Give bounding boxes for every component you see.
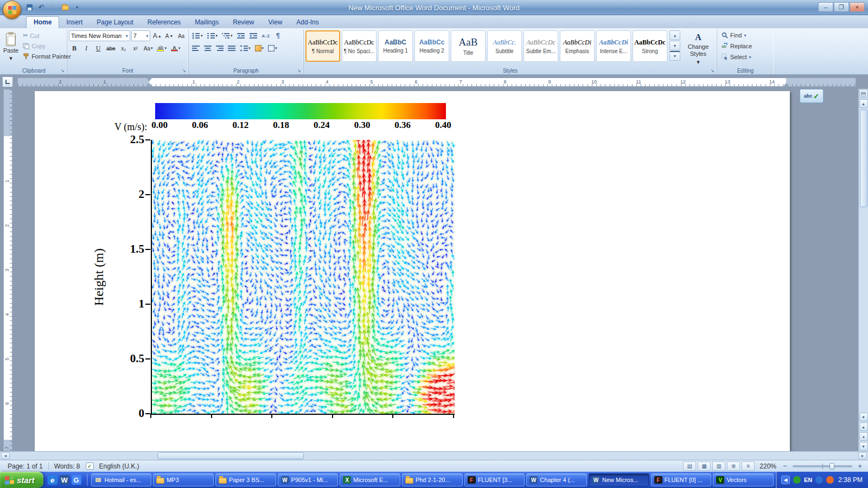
start-button[interactable]: start (0, 472, 43, 488)
taskbar-button-fluent-0[interactable]: FFLUENT [0] ... (651, 473, 712, 486)
multilevel-list-button[interactable]: ▾ (220, 30, 234, 41)
redo-button[interactable]: ↷ (48, 2, 59, 12)
style-no-spaci[interactable]: AaBbCcDc¶ No Spaci... (342, 30, 376, 62)
zoom-out-button[interactable]: − (781, 462, 789, 470)
spelling-language-chip[interactable]: abc ✓ (800, 89, 824, 103)
style-heading-2[interactable]: AaBbCcHeading 2 (414, 30, 449, 62)
style-subtitle[interactable]: AaBbCc.Subtitle (487, 30, 522, 62)
taskbar-button-chapter-4[interactable]: WChapter 4 (... (526, 473, 587, 486)
tab-selector[interactable] (2, 76, 13, 87)
hide-icons-chevron[interactable]: ◀ (781, 476, 790, 484)
maximize-button[interactable]: ❒ (834, 2, 849, 12)
align-center-button[interactable] (202, 43, 213, 54)
align-right-button[interactable] (214, 43, 225, 54)
zoom-in-button[interactable]: + (856, 462, 864, 470)
style-strong[interactable]: AaBbCcDcStrong (633, 30, 667, 62)
style-intense-e[interactable]: AaBbCcDiIntense E... (596, 30, 631, 62)
vertical-ruler[interactable]: 12345678 (0, 89, 15, 451)
copy-button[interactable]: Copy (20, 41, 74, 51)
taskbar-button-fluent-3[interactable]: FFLUENT [3... (464, 473, 525, 486)
tab-review[interactable]: Review (226, 17, 261, 28)
font-dialog-launcher[interactable]: ↘ (181, 67, 187, 74)
taskbar-button-mp3[interactable]: MP3 (153, 473, 214, 486)
taskbar-button-paper-3-bs[interactable]: Paper 3 BS... (215, 473, 276, 486)
full-screen-view-button[interactable]: ▦ (698, 461, 711, 471)
horizontal-scrollbar[interactable]: ◄ ► (0, 451, 868, 460)
style-title[interactable]: AaBTitle (451, 30, 486, 62)
change-styles-button[interactable]: A Change Styles ▾ (682, 30, 714, 66)
font-size-select[interactable]: 7 ▾ (131, 30, 151, 41)
tab-view[interactable]: View (261, 17, 290, 28)
next-page-button[interactable]: ▼ (859, 442, 868, 451)
close-button[interactable]: × (850, 2, 865, 12)
italic-button[interactable]: I (81, 43, 92, 54)
tab-mailings[interactable]: Mailings (188, 17, 226, 28)
horizontal-ruler[interactable]: 211234567891011121314 (17, 78, 856, 87)
word-count[interactable]: Words: 8 (51, 463, 84, 470)
scroll-down-button[interactable]: ▼ (859, 413, 868, 421)
numbering-button[interactable]: ▾ (206, 30, 220, 41)
strikethrough-button[interactable]: abe (105, 43, 117, 54)
language-indicator[interactable]: English (U.K.) (96, 463, 143, 470)
borders-button[interactable]: ▾ (266, 43, 279, 54)
draft-view-button[interactable]: ≡ (742, 461, 755, 471)
highlight-button[interactable]: ab▾ (155, 43, 168, 54)
hanging-indent-marker[interactable] (146, 83, 152, 86)
style-gallery-down-button[interactable]: ▼ (669, 41, 680, 50)
styles-dialog-launcher[interactable]: ↘ (709, 67, 716, 74)
line-spacing-button[interactable]: ▾ (238, 43, 252, 54)
style-heading-1[interactable]: AaBbCHeading 1 (378, 30, 413, 62)
justify-button[interactable] (226, 43, 237, 54)
tray-icon-orange[interactable] (826, 476, 834, 484)
view-ruler-toggle-button[interactable] (859, 89, 868, 98)
save-button[interactable] (24, 2, 35, 12)
bold-button[interactable]: B (69, 43, 80, 54)
cut-button[interactable]: ✂ Cut (20, 30, 74, 41)
tab-insert[interactable]: Insert (59, 17, 90, 28)
zoom-slider[interactable] (793, 465, 852, 467)
tray-icon-green[interactable] (793, 476, 801, 484)
open-button[interactable] (60, 2, 71, 12)
qat-customize-button[interactable]: ▾ (72, 2, 82, 12)
change-case-button[interactable]: Aa▾ (142, 43, 155, 54)
style-gallery-more-button[interactable]: ▼ (669, 51, 680, 61)
align-left-button[interactable] (190, 43, 201, 54)
taskbar-button-hotmail-es[interactable]: ✉Hotmail - es... (91, 473, 152, 486)
clear-formatting-button[interactable]: Aa (176, 30, 187, 41)
scroll-right-button[interactable]: ► (858, 452, 867, 459)
right-indent-marker[interactable] (783, 83, 789, 86)
scroll-left-button[interactable]: ◄ (1, 452, 10, 459)
select-button[interactable]: Select ▾ (719, 52, 772, 62)
outline-view-button[interactable]: ≣ (727, 461, 740, 471)
taskbar-button-microsoft-e[interactable]: XMicrosoft E... (340, 473, 400, 486)
document-page[interactable]: V (m/s): 0.000.060.120.180.240.300.360.4… (35, 91, 790, 451)
minimize-button[interactable]: – (818, 2, 833, 12)
page-indicator[interactable]: Page: 1 of 1 (4, 463, 46, 470)
font-family-select[interactable]: Times New Roman ▾ (69, 30, 130, 41)
vertical-scrollbar[interactable]: ▲ ▼ ▲ ● ▼ (858, 89, 868, 451)
find-button[interactable]: Find ▾ (719, 30, 772, 40)
font-color-button[interactable]: A▾ (169, 43, 182, 54)
decrease-indent-button[interactable] (235, 30, 247, 41)
sort-button[interactable]: A↓Z (260, 30, 272, 41)
show-hide-marks-button[interactable]: ¶ (272, 30, 283, 41)
undo-button[interactable]: ↶ (36, 2, 47, 12)
format-painter-button[interactable]: Format Painter (20, 52, 74, 61)
zoom-slider-thumb[interactable] (829, 463, 834, 470)
vertical-scroll-thumb[interactable] (860, 110, 867, 207)
scroll-up-button[interactable]: ▲ (859, 99, 868, 108)
shrink-font-button[interactable]: A▼ (164, 30, 175, 41)
shading-button[interactable]: ▾ (253, 43, 266, 54)
tab-home[interactable]: Home (26, 16, 59, 28)
office-button[interactable] (3, 1, 21, 19)
zoom-level[interactable]: 220% (756, 463, 780, 470)
replace-button[interactable]: ab Replace (719, 41, 772, 51)
clipboard-dialog-launcher[interactable]: ↘ (59, 67, 66, 74)
taskbar-button-p905v1-mi[interactable]: WP905v1 - Mi... (278, 473, 339, 486)
taskbar-button-new-micros[interactable]: WNew Micros... (589, 473, 649, 486)
language-bar[interactable]: EN (804, 477, 812, 483)
paragraph-dialog-launcher[interactable]: ↘ (296, 67, 302, 74)
first-line-indent-marker[interactable] (146, 78, 152, 81)
style-subtle-em[interactable]: AaBbCcDcSubtle Em... (524, 30, 558, 62)
horizontal-scroll-thumb[interactable] (157, 452, 304, 459)
